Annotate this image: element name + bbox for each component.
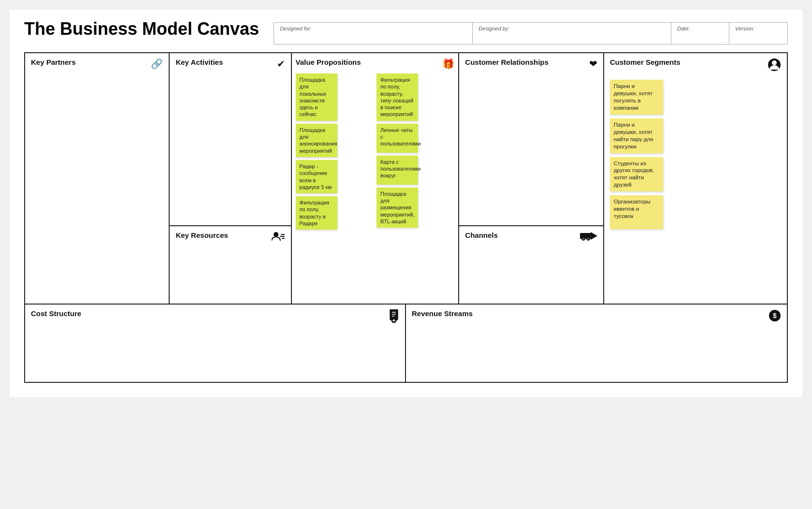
value-props-icon: 🎁 <box>442 58 454 70</box>
sticky-note[interactable]: Личные чаты с пользователями <box>377 124 418 153</box>
date-field[interactable]: Date: <box>671 23 729 44</box>
page: The Business Model Canvas Designed for: … <box>10 10 802 397</box>
cost-structure-header: Cost Structure <box>31 309 399 325</box>
revenue-streams-icon: $ <box>768 309 781 324</box>
meta-fields: Designed for: Designed by: Date: Version… <box>274 22 788 44</box>
sticky-note[interactable]: Фильтрация по полу, возрасту в Радаре <box>296 196 337 230</box>
key-activities-title: Key Activities <box>175 58 223 66</box>
value-props-col2: Фильтрация по полу, возрасту, типу локац… <box>377 73 454 230</box>
canvas-row-1: Key Partners 🔗 Key Activities ✔ Key Reso… <box>25 53 787 305</box>
customer-seg-notes: Парни и девушки, хотят погулять в компан… <box>610 78 781 229</box>
svg-point-0 <box>274 232 278 237</box>
top-bar: The Business Model Canvas Designed for: … <box>24 19 788 44</box>
svg-text:$: $ <box>773 312 777 320</box>
sticky-note[interactable]: Площадка для анонсирования мероприятий <box>296 124 337 157</box>
key-activities-icon: ✔ <box>277 58 285 70</box>
customer-rel-title: Customer Relationships <box>465 58 549 66</box>
key-activities-cell: Key Activities ✔ <box>170 53 290 226</box>
channels-header: Channels <box>465 231 597 243</box>
channels-title: Channels <box>465 231 498 239</box>
sticky-note[interactable]: Фильтрация по полу, возрасту, типу локац… <box>377 73 418 121</box>
channels-icon <box>580 231 597 243</box>
version-field[interactable]: Version: <box>729 23 787 44</box>
key-partners-header: Key Partners 🔗 <box>31 58 163 70</box>
customer-seg-header: Customer Segments <box>610 58 781 74</box>
svg-point-9 <box>772 60 777 65</box>
cost-structure-icon <box>389 309 399 325</box>
svg-rect-2 <box>281 234 285 235</box>
svg-point-7 <box>587 237 590 240</box>
canvas-grid: Key Partners 🔗 Key Activities ✔ Key Reso… <box>24 52 788 383</box>
sticky-note[interactable]: Студенты из других городов, хотят найти … <box>610 157 663 192</box>
value-props-title: Value Propositions <box>296 58 361 66</box>
designed-by-label: Designed by: <box>478 26 665 31</box>
key-partners-icon: 🔗 <box>151 58 163 70</box>
key-partners-cell: Key Partners 🔗 <box>25 53 170 304</box>
sticky-note[interactable]: Радар - сообщение всем в радиусе 5 км <box>296 160 337 193</box>
customer-rel-icon: ❤ <box>589 58 597 70</box>
svg-marker-5 <box>591 232 597 240</box>
key-resources-cell: Key Resources <box>170 226 290 304</box>
key-resources-header: Key Resources <box>175 231 285 244</box>
customer-seg-title: Customer Segments <box>610 58 681 66</box>
designed-for-field[interactable]: Designed for: <box>274 23 473 44</box>
cost-structure-cell: Cost Structure <box>25 305 406 382</box>
designed-by-field[interactable]: Designed by: <box>473 23 671 44</box>
sticky-note[interactable]: Площадка для локальных знакомств здесь и… <box>296 73 337 121</box>
sticky-note[interactable]: Парни и девушки, хотят найти пару для пр… <box>610 118 663 153</box>
sticky-note[interactable]: Площадка для размещения мероприятий, BTL… <box>377 188 418 228</box>
value-props-col1: Площадка для локальных знакомств здесь и… <box>296 73 374 230</box>
value-props-notes: Площадка для локальных знакомств здесь и… <box>296 73 455 230</box>
sticky-note[interactable]: Организаторы ивентов и тусовок <box>610 195 663 229</box>
customer-rel-channels-stack: Customer Relationships ❤ Channels <box>459 53 604 304</box>
svg-rect-1 <box>280 236 285 237</box>
revenue-streams-cell: Revenue Streams $ <box>406 305 787 382</box>
canvas-row-2: Cost Structure <box>25 305 787 382</box>
cost-structure-title: Cost Structure <box>31 309 81 318</box>
sticky-note[interactable]: Карта с пользователями вокруг <box>377 156 418 185</box>
date-label: Date: <box>677 26 723 31</box>
sticky-note[interactable]: Парни и девушки, хотят погулять в компан… <box>610 80 663 115</box>
version-label: Version: <box>735 26 782 31</box>
svg-rect-3 <box>282 238 285 239</box>
channels-cell: Channels <box>459 226 603 304</box>
key-activities-resources-stack: Key Activities ✔ Key Resources <box>170 53 291 304</box>
customer-seg-icon <box>768 58 781 74</box>
page-title: The Business Model Canvas <box>24 19 259 39</box>
svg-point-6 <box>582 237 585 240</box>
designed-for-label: Designed for: <box>280 26 466 31</box>
value-props-header: Value Propositions 🎁 <box>296 58 455 70</box>
key-resources-icon <box>272 231 285 244</box>
customer-seg-cell: Customer Segments Парни и девушки, хотят… <box>604 53 787 304</box>
customer-rel-header: Customer Relationships ❤ <box>465 58 597 70</box>
revenue-streams-header: Revenue Streams $ <box>412 309 781 324</box>
key-resources-title: Key Resources <box>175 231 228 239</box>
revenue-streams-title: Revenue Streams <box>412 309 473 318</box>
value-props-cell: Value Propositions 🎁 Площадка для локаль… <box>292 53 460 304</box>
key-partners-title: Key Partners <box>31 58 76 66</box>
customer-rel-cell: Customer Relationships ❤ <box>459 53 603 226</box>
key-activities-header: Key Activities ✔ <box>175 58 285 70</box>
